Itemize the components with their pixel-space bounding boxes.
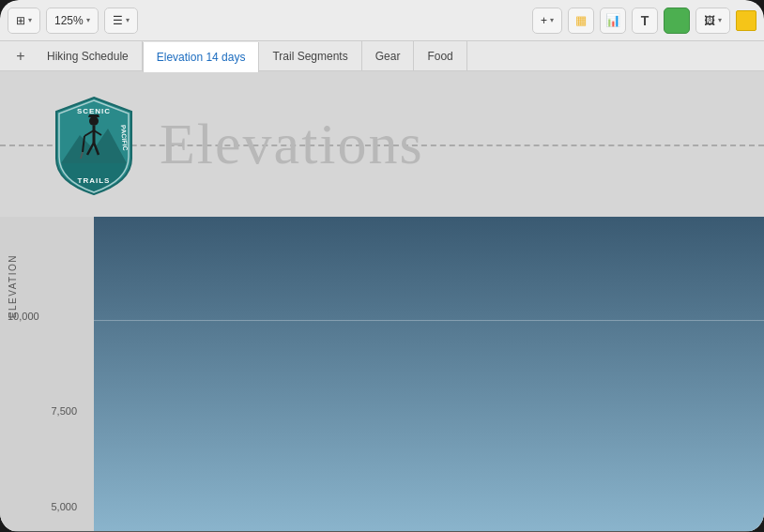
svg-rect-11 — [94, 217, 764, 531]
page-title: Elevations — [160, 111, 424, 177]
insert-table-button[interactable]: ▦ — [568, 8, 594, 34]
toolbar-left: ⊞ ▾ 125% ▾ ☰ ▾ — [8, 8, 138, 34]
insert-shape-button[interactable] — [664, 8, 690, 34]
chevron-down-icon: ▾ — [126, 16, 130, 24]
tab-trail-segments[interactable]: Trail Segments — [259, 41, 361, 70]
zoom-level-button[interactable]: 125% ▾ — [46, 8, 99, 34]
toolbar-right: + ▾ ▦ 📊 T 🖼 ▾ — [532, 8, 756, 34]
text-icon: T — [641, 13, 649, 28]
chart-icon: 📊 — [605, 13, 620, 27]
insert-sticky-button[interactable] — [736, 10, 756, 31]
svg-text:TRAILS: TRAILS — [78, 176, 111, 185]
main-content: SCENIC PACIFIC TRAILS Elevations ELEVATI… — [0, 71, 764, 531]
add-tab-button[interactable]: + — [8, 41, 34, 70]
tab-gear[interactable]: Gear — [362, 41, 415, 70]
tab-bar: + Hiking Schedule Elevation 14 days Trai… — [0, 41, 764, 71]
table-icon: ▦ — [575, 13, 587, 27]
plus-icon: + — [541, 14, 547, 27]
view-toggle-button[interactable]: ⊞ ▾ — [8, 8, 40, 34]
chevron-down-icon: ▾ — [550, 16, 554, 24]
media-icon: 🖼 — [704, 14, 715, 27]
tab-elevation-14-days[interactable]: Elevation 14 days — [143, 42, 260, 72]
chevron-down-icon: ▾ — [86, 16, 90, 24]
view-grid-icon: ⊞ — [16, 14, 25, 27]
chart-area: ELEVATION 10,000 7,500 5,000 — [0, 217, 764, 531]
svg-text:SCENIC: SCENIC — [77, 107, 111, 115]
insert-media-button[interactable]: 🖼 ▾ — [695, 8, 730, 34]
scenic-trails-logo: SCENIC PACIFIC TRAILS — [47, 93, 141, 196]
elevations-header: SCENIC PACIFIC TRAILS Elevations — [0, 71, 764, 217]
y-axis: ELEVATION 10,000 7,500 5,000 — [0, 217, 94, 531]
format-list-button[interactable]: ☰ ▾ — [104, 8, 138, 34]
svg-point-0 — [89, 116, 99, 126]
tab-hiking-schedule[interactable]: Hiking Schedule — [34, 41, 143, 70]
list-icon: ☰ — [113, 14, 123, 27]
y-axis-title: ELEVATION — [8, 254, 18, 318]
y-label-5000: 5,000 — [51, 501, 86, 512]
insert-chart-button[interactable]: 📊 — [600, 8, 626, 34]
insert-text-button[interactable]: T — [632, 8, 658, 34]
toolbar: ⊞ ▾ 125% ▾ ☰ ▾ + ▾ ▦ — [0, 0, 764, 41]
chevron-down-icon: ▾ — [28, 16, 32, 24]
y-label-7500: 7,500 — [8, 405, 86, 417]
zoom-label: 125% — [54, 14, 84, 27]
add-object-button[interactable]: + ▾ — [532, 8, 562, 34]
chevron-down-icon: ▾ — [718, 16, 722, 24]
chart-visualization — [94, 217, 764, 531]
tab-food[interactable]: Food — [414, 41, 466, 70]
